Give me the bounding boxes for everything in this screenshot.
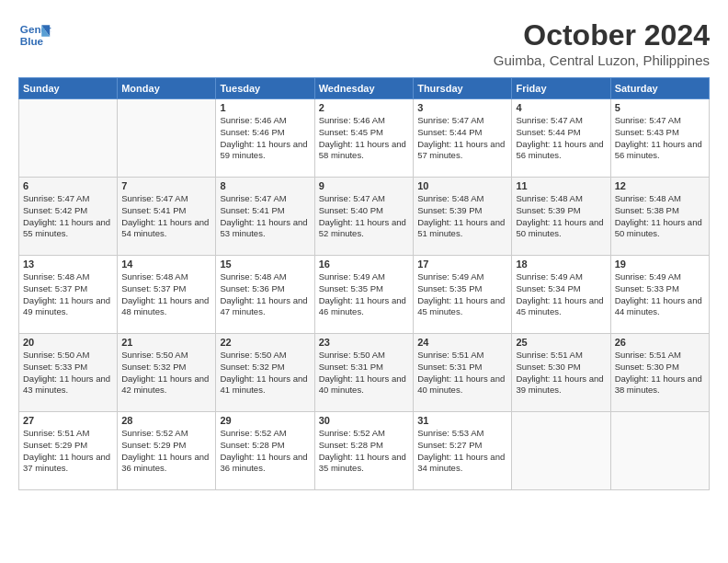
day-number: 17 (417, 259, 507, 270)
month-title: October 2024 (494, 18, 710, 52)
day-info: Sunrise: 5:51 AMSunset: 5:31 PMDaylight:… (417, 350, 507, 396)
day-info: Sunrise: 5:48 AMSunset: 5:39 PMDaylight:… (516, 193, 606, 240)
day-info: Sunrise: 5:51 AMSunset: 5:29 PMDaylight:… (23, 428, 113, 475)
day-info: Sunrise: 5:48 AMSunset: 5:36 PMDaylight:… (220, 271, 310, 318)
day-number: 16 (319, 259, 409, 270)
day-info: Sunrise: 5:51 AMSunset: 5:30 PMDaylight:… (615, 350, 705, 396)
calendar-cell (512, 412, 610, 490)
day-info: Sunrise: 5:49 AMSunset: 5:35 PMDaylight:… (417, 271, 507, 318)
day-info: Sunrise: 5:50 AMSunset: 5:33 PMDaylight:… (23, 350, 113, 396)
calendar-cell: 14Sunrise: 5:48 AMSunset: 5:37 PMDayligh… (118, 256, 216, 334)
calendar-cell: 19Sunrise: 5:49 AMSunset: 5:33 PMDayligh… (610, 256, 709, 334)
calendar-cell: 9Sunrise: 5:47 AMSunset: 5:40 PMDaylight… (314, 178, 413, 256)
day-number: 30 (319, 415, 409, 426)
day-number: 24 (417, 337, 507, 348)
day-number: 27 (23, 415, 113, 426)
day-info: Sunrise: 5:49 AMSunset: 5:35 PMDaylight:… (319, 271, 409, 318)
day-number: 12 (615, 180, 705, 191)
day-info: Sunrise: 5:49 AMSunset: 5:34 PMDaylight:… (516, 271, 606, 318)
day-number: 20 (23, 337, 113, 348)
day-number: 13 (23, 259, 113, 270)
calendar-cell (118, 99, 216, 178)
calendar-cell: 31Sunrise: 5:53 AMSunset: 5:27 PMDayligh… (414, 412, 512, 490)
day-info: Sunrise: 5:48 AMSunset: 5:39 PMDaylight:… (417, 193, 507, 240)
day-number: 25 (516, 337, 606, 348)
calendar-cell: 16Sunrise: 5:49 AMSunset: 5:35 PMDayligh… (314, 256, 413, 334)
day-number: 2 (319, 102, 409, 113)
calendar-cell: 2Sunrise: 5:46 AMSunset: 5:45 PMDaylight… (314, 99, 413, 178)
day-number: 19 (615, 259, 705, 270)
calendar-cell: 27Sunrise: 5:51 AMSunset: 5:29 PMDayligh… (19, 412, 118, 490)
weekday-header-saturday: Saturday (610, 78, 709, 99)
day-number: 10 (417, 180, 507, 191)
day-info: Sunrise: 5:49 AMSunset: 5:33 PMDaylight:… (615, 271, 705, 318)
weekday-header-tuesday: Tuesday (216, 78, 314, 99)
calendar-cell: 10Sunrise: 5:48 AMSunset: 5:39 PMDayligh… (414, 178, 512, 256)
day-info: Sunrise: 5:53 AMSunset: 5:27 PMDaylight:… (417, 428, 507, 475)
calendar-cell: 3Sunrise: 5:47 AMSunset: 5:44 PMDaylight… (414, 99, 512, 178)
location-title: Guimba, Central Luzon, Philippines (494, 52, 710, 68)
weekday-header-friday: Friday (512, 78, 610, 99)
day-number: 29 (220, 415, 310, 426)
day-number: 23 (319, 337, 409, 348)
day-number: 5 (615, 102, 705, 113)
svg-text:Blue: Blue (20, 35, 44, 47)
day-number: 31 (417, 415, 507, 426)
day-number: 7 (121, 180, 211, 191)
day-info: Sunrise: 5:47 AMSunset: 5:42 PMDaylight:… (23, 193, 113, 240)
calendar-week-1: 1Sunrise: 5:46 AMSunset: 5:46 PMDaylight… (19, 99, 710, 178)
calendar-cell: 29Sunrise: 5:52 AMSunset: 5:28 PMDayligh… (216, 412, 314, 490)
calendar-cell: 15Sunrise: 5:48 AMSunset: 5:36 PMDayligh… (216, 256, 314, 334)
calendar-cell: 28Sunrise: 5:52 AMSunset: 5:29 PMDayligh… (118, 412, 216, 490)
calendar-cell: 26Sunrise: 5:51 AMSunset: 5:30 PMDayligh… (610, 334, 709, 412)
day-info: Sunrise: 5:51 AMSunset: 5:30 PMDaylight:… (516, 350, 606, 396)
day-info: Sunrise: 5:50 AMSunset: 5:31 PMDaylight:… (319, 350, 409, 396)
day-info: Sunrise: 5:50 AMSunset: 5:32 PMDaylight:… (220, 350, 310, 396)
calendar-week-2: 6Sunrise: 5:47 AMSunset: 5:42 PMDaylight… (19, 178, 710, 256)
calendar-cell: 30Sunrise: 5:52 AMSunset: 5:28 PMDayligh… (314, 412, 413, 490)
calendar-cell: 18Sunrise: 5:49 AMSunset: 5:34 PMDayligh… (512, 256, 610, 334)
day-info: Sunrise: 5:47 AMSunset: 5:44 PMDaylight:… (417, 115, 507, 162)
calendar-cell: 21Sunrise: 5:50 AMSunset: 5:32 PMDayligh… (118, 334, 216, 412)
title-area: October 2024 Guimba, Central Luzon, Phil… (494, 18, 710, 68)
calendar-cell: 12Sunrise: 5:48 AMSunset: 5:38 PMDayligh… (610, 178, 709, 256)
day-info: Sunrise: 5:47 AMSunset: 5:40 PMDaylight:… (319, 193, 409, 240)
calendar-cell: 5Sunrise: 5:47 AMSunset: 5:43 PMDaylight… (610, 99, 709, 178)
page-header: General Blue October 2024 Guimba, Centra… (18, 18, 710, 68)
day-number: 6 (23, 180, 113, 191)
calendar-cell: 20Sunrise: 5:50 AMSunset: 5:33 PMDayligh… (19, 334, 118, 412)
day-info: Sunrise: 5:52 AMSunset: 5:28 PMDaylight:… (319, 428, 409, 475)
day-info: Sunrise: 5:46 AMSunset: 5:46 PMDaylight:… (220, 115, 310, 162)
weekday-header-sunday: Sunday (19, 78, 118, 99)
calendar-cell: 25Sunrise: 5:51 AMSunset: 5:30 PMDayligh… (512, 334, 610, 412)
calendar-cell: 13Sunrise: 5:48 AMSunset: 5:37 PMDayligh… (19, 256, 118, 334)
calendar-cell: 17Sunrise: 5:49 AMSunset: 5:35 PMDayligh… (414, 256, 512, 334)
day-number: 22 (220, 337, 310, 348)
calendar-cell: 8Sunrise: 5:47 AMSunset: 5:41 PMDaylight… (216, 178, 314, 256)
day-number: 4 (516, 102, 606, 113)
calendar-table: SundayMondayTuesdayWednesdayThursdayFrid… (18, 77, 710, 490)
day-info: Sunrise: 5:46 AMSunset: 5:45 PMDaylight:… (319, 115, 409, 162)
calendar-cell: 23Sunrise: 5:50 AMSunset: 5:31 PMDayligh… (314, 334, 413, 412)
day-info: Sunrise: 5:50 AMSunset: 5:32 PMDaylight:… (121, 350, 211, 396)
day-number: 14 (121, 259, 211, 270)
day-number: 3 (417, 102, 507, 113)
day-info: Sunrise: 5:47 AMSunset: 5:43 PMDaylight:… (615, 115, 705, 162)
day-number: 28 (121, 415, 211, 426)
day-number: 1 (220, 102, 310, 113)
calendar-cell: 6Sunrise: 5:47 AMSunset: 5:42 PMDaylight… (19, 178, 118, 256)
calendar-week-3: 13Sunrise: 5:48 AMSunset: 5:37 PMDayligh… (19, 256, 710, 334)
weekday-header-monday: Monday (118, 78, 216, 99)
weekday-header-thursday: Thursday (414, 78, 512, 99)
calendar-week-5: 27Sunrise: 5:51 AMSunset: 5:29 PMDayligh… (19, 412, 710, 490)
logo-icon: General Blue (18, 18, 51, 52)
day-info: Sunrise: 5:48 AMSunset: 5:37 PMDaylight:… (121, 271, 211, 318)
day-number: 8 (220, 180, 310, 191)
day-number: 26 (615, 337, 705, 348)
day-info: Sunrise: 5:48 AMSunset: 5:38 PMDaylight:… (615, 193, 705, 240)
weekday-header-row: SundayMondayTuesdayWednesdayThursdayFrid… (19, 78, 710, 99)
calendar-cell: 7Sunrise: 5:47 AMSunset: 5:41 PMDaylight… (118, 178, 216, 256)
day-info: Sunrise: 5:48 AMSunset: 5:37 PMDaylight:… (23, 271, 113, 318)
day-info: Sunrise: 5:47 AMSunset: 5:41 PMDaylight:… (220, 193, 310, 240)
weekday-header-wednesday: Wednesday (314, 78, 413, 99)
